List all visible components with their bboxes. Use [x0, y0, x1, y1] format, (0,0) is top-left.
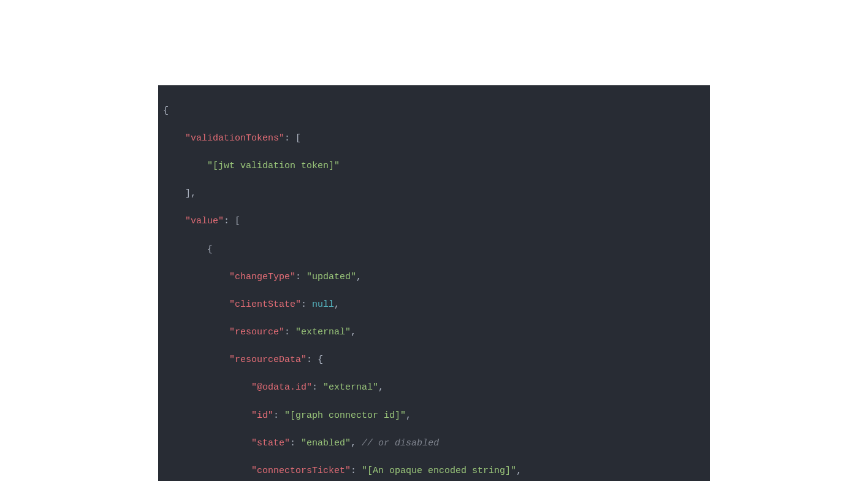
punct: ,	[351, 327, 356, 337]
code-line: {	[158, 104, 710, 118]
value-opaque-string: "[An opaque encoded string]"	[362, 466, 516, 476]
punct: :	[290, 438, 301, 448]
key-value: "value"	[185, 216, 224, 226]
punct: ,	[378, 382, 384, 393]
punct: ,	[406, 410, 411, 421]
code-line: "clientState": null,	[158, 298, 710, 312]
punct: :	[273, 410, 284, 421]
value-graph-connector-id: "[graph connector id]"	[284, 410, 406, 421]
punct: ,	[356, 272, 362, 282]
key-connectorsTicket: "connectorsTicket"	[251, 466, 351, 476]
code-line: "resource": "external",	[158, 326, 710, 340]
json-code-block: { "validationTokens": [ "[jwt validation…	[158, 85, 710, 481]
code-line: "connectorsTicket": "[An opaque encoded …	[158, 464, 710, 479]
value-jwt-token: "[jwt validation token]"	[207, 161, 340, 171]
punct: :	[295, 272, 306, 282]
key-validationTokens: "validationTokens"	[185, 133, 284, 144]
code-line: "resourceData": {	[158, 353, 710, 367]
punct: :	[301, 299, 312, 310]
value-external: "external"	[295, 327, 351, 337]
code-line: "state": "enabled", // or disabled	[158, 437, 710, 451]
code-line: "validationTokens": [	[158, 132, 710, 146]
code-line: ],	[158, 187, 710, 201]
punct: : {	[306, 355, 323, 365]
punct: ,	[351, 438, 356, 448]
code-line: "changeType": "updated",	[158, 271, 710, 285]
value-external2: "external"	[323, 382, 378, 393]
value-updated: "updated"	[306, 272, 356, 282]
brace-open: {	[163, 106, 169, 116]
code-line: "id": "[graph connector id]",	[158, 409, 710, 423]
punct: :	[284, 327, 295, 337]
value-null: null	[312, 299, 334, 310]
value-enabled: "enabled"	[301, 438, 351, 448]
key-odata-id: "@odata.id"	[251, 382, 312, 393]
punct: ],	[185, 188, 196, 199]
key-clientState: "clientState"	[229, 299, 301, 310]
key-state: "state"	[251, 438, 290, 448]
punct: :	[312, 382, 323, 393]
key-resource: "resource"	[229, 327, 284, 337]
key-resourceData: "resourceData"	[229, 355, 306, 365]
punct: ,	[516, 466, 522, 476]
brace-open: {	[207, 244, 213, 255]
comment-or-disabled: // or disabled	[362, 438, 439, 448]
punct: ,	[334, 299, 340, 310]
key-changeType: "changeType"	[229, 272, 295, 282]
punct: :	[351, 466, 362, 476]
punct: : [	[224, 216, 240, 226]
key-id: "id"	[251, 410, 273, 421]
code-line: "[jwt validation token]"	[158, 160, 710, 174]
code-line: "@odata.id": "external",	[158, 381, 710, 395]
code-line: {	[158, 243, 710, 257]
code-line: "value": [	[158, 215, 710, 229]
punct: : [	[284, 133, 301, 144]
